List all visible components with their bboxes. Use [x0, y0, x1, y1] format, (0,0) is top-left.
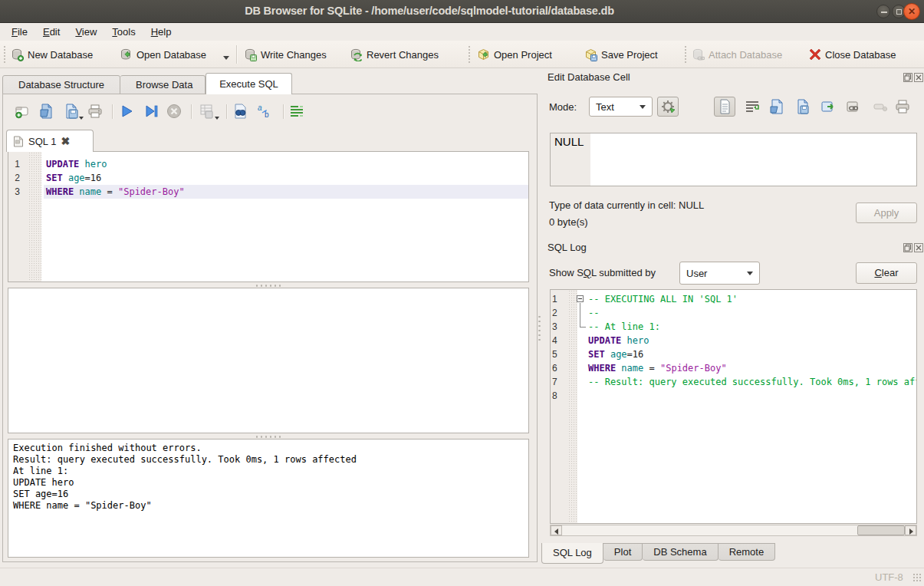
save-sql-dropdown-arrow-icon[interactable] [79, 117, 84, 120]
combo-arrow-icon [640, 105, 646, 109]
menu-view[interactable]: View [67, 23, 104, 41]
new-database-icon [11, 48, 24, 61]
cell-value-editor[interactable]: NULL [550, 133, 917, 186]
combo-arrow-icon [747, 272, 753, 275]
dock-tab-sql-log[interactable]: SQL Log [541, 543, 603, 564]
close-icon[interactable]: ✕ [903, 3, 920, 20]
save-project-button[interactable]: Save Project [584, 45, 658, 64]
dock-tab-db-schema[interactable]: DB Schema [643, 543, 718, 561]
float-panel-icon[interactable] [903, 73, 912, 82]
close-database-button[interactable]: Close Database [809, 45, 896, 64]
auto-switch-mode-icon [658, 97, 678, 116]
close-panel-icon[interactable] [914, 73, 923, 82]
cell-size-info: 0 byte(s) [549, 216, 588, 228]
sql-log-code[interactable]: -- EXECUTING ALL IN 'SQL 1'---- At line … [577, 290, 916, 523]
sql-editor[interactable]: 123 UPDATE heroSET age=16WHERE name = "S… [8, 151, 529, 282]
dock-tab-remote[interactable]: Remote [718, 543, 776, 561]
cell-editor-margin: NULL [551, 133, 590, 186]
dock-tab-plot[interactable]: Plot [603, 543, 643, 561]
new-tab-button[interactable] [14, 103, 31, 120]
open-sql-file-button[interactable] [38, 103, 55, 120]
menubar: File Edit View Tools Help [0, 23, 924, 41]
tab-execute-sql[interactable]: Execute SQL [206, 73, 292, 94]
save-project-icon [584, 48, 597, 61]
show-sql-combobox[interactable]: User [679, 262, 760, 285]
cell-value: NULL [554, 135, 584, 148]
link-button[interactable] [845, 98, 862, 115]
new-tab-icon [14, 103, 31, 120]
panel-splitter-handle[interactable] [538, 314, 541, 341]
mode-combobox[interactable]: Text [589, 97, 653, 117]
scrollbar-thumb[interactable] [857, 525, 905, 535]
save-results-icon [198, 103, 215, 120]
minimize-icon[interactable] [876, 5, 890, 18]
import-button[interactable] [769, 98, 786, 115]
toolbar-handle [469, 46, 471, 63]
scroll-left-button[interactable] [551, 525, 562, 535]
clear-button[interactable]: Clear [856, 262, 917, 284]
indent-icon [288, 103, 305, 120]
statusbar: UTF-8 [0, 568, 924, 586]
save-results-dropdown-arrow-icon[interactable] [215, 117, 219, 120]
toolbar-handle [685, 46, 687, 63]
titlebar[interactable]: DB Browser for SQLite - /home/user/code/… [0, 0, 924, 23]
attach-database-button[interactable]: Attach Database [692, 45, 782, 64]
execute-all-button[interactable] [118, 103, 135, 120]
sql-tab-close-icon[interactable]: ✖ [61, 135, 70, 147]
menu-tools[interactable]: Tools [104, 23, 143, 41]
stop-button[interactable] [166, 103, 182, 120]
sql-log-editor[interactable]: 12345678 -- EXECUTING ALL IN 'SQL 1'----… [550, 289, 917, 524]
new-database-button[interactable]: New Database [11, 45, 93, 64]
fold-marker-icon[interactable] [577, 295, 584, 302]
open-project-button[interactable]: Open Project [477, 45, 552, 64]
word-wrap-button[interactable] [744, 98, 761, 115]
link-icon [845, 98, 862, 115]
revert-changes-button[interactable]: Revert Changes [350, 45, 439, 64]
find-button[interactable] [232, 103, 248, 120]
save-as-button[interactable] [794, 98, 811, 115]
apply-button[interactable]: Apply [856, 202, 917, 223]
stop-icon [166, 103, 182, 120]
encoding-label: UTF-8 [875, 571, 903, 583]
sql-editor-code[interactable]: UPDATE heroSET age=16WHERE name = "Spide… [41, 152, 528, 281]
close-panel-icon[interactable] [914, 243, 923, 252]
format-button[interactable]: a b [256, 103, 273, 120]
sql-log-title: SQL Log [547, 242, 587, 253]
attach-database-icon [692, 48, 705, 61]
menu-file[interactable]: File [4, 23, 35, 41]
save-results-button[interactable] [198, 103, 215, 120]
execution-log[interactable]: Execution finished without errors.Result… [8, 439, 529, 558]
text-mode-button[interactable] [714, 97, 735, 117]
scroll-right-button[interactable] [905, 525, 916, 535]
sql-editor-marker-margin [28, 152, 41, 281]
save-as-icon [794, 98, 811, 115]
sql-log-line-numbers: 12345678 [551, 290, 568, 523]
print-button[interactable] [87, 103, 104, 120]
clear-cell-button[interactable] [872, 98, 889, 115]
sql-tab[interactable]: SQL 1 ✖ [6, 130, 94, 152]
save-sql-file-button[interactable] [63, 103, 80, 120]
text-mode-icon [715, 97, 735, 116]
editor-toolbar-separator [191, 104, 192, 119]
svg-text:a: a [258, 104, 262, 112]
write-changes-button[interactable]: Write Changes [244, 45, 327, 64]
fold-guide-line [580, 303, 580, 328]
print-cell-button[interactable] [894, 98, 911, 115]
resize-grip[interactable] [912, 573, 922, 582]
menu-help[interactable]: Help [143, 23, 179, 41]
indent-button[interactable] [288, 103, 305, 120]
sql-log-hscrollbar[interactable] [550, 525, 917, 536]
tab-browse-data[interactable]: Browse Data [120, 75, 206, 94]
auto-switch-mode-button[interactable] [657, 97, 679, 117]
sql-tab-label: SQL 1 [28, 136, 56, 147]
float-panel-icon[interactable] [903, 243, 912, 252]
menu-edit[interactable]: Edit [35, 23, 67, 41]
toolbar-separator [236, 45, 237, 64]
results-area[interactable] [8, 288, 529, 433]
tab-database-structure[interactable]: Database Structure [2, 75, 120, 94]
export-button[interactable] [820, 98, 837, 115]
open-database-dropdown-arrow-icon[interactable] [223, 56, 229, 60]
open-database-button[interactable]: Open Database [120, 45, 206, 64]
svg-text:b: b [265, 110, 269, 119]
execute-current-line-button[interactable] [143, 103, 159, 120]
